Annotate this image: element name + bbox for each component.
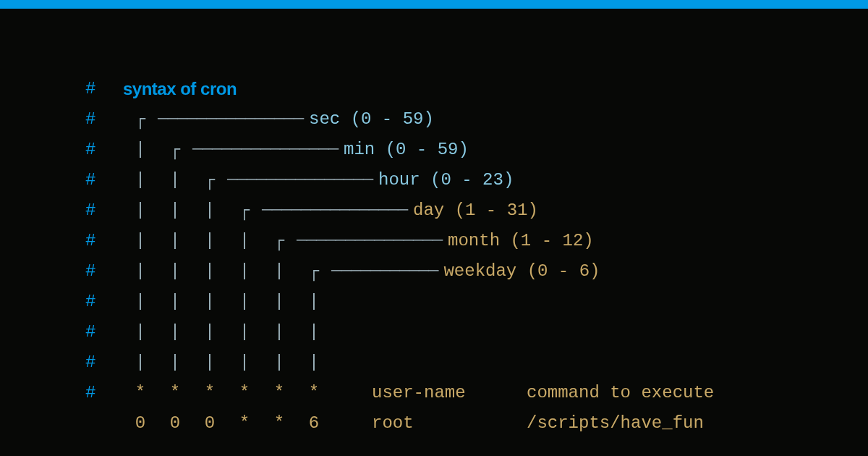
example-day: * [227, 408, 262, 439]
template-star: * [123, 378, 158, 408]
hline: ─────────────── [158, 104, 303, 135]
template-star: * [158, 378, 192, 408]
vline: | [227, 317, 262, 347]
example-user: root [331, 408, 512, 439]
template-star: * [227, 378, 262, 408]
example-hour: 0 [192, 408, 227, 439]
example-cmd: /scripts/have_fun [512, 408, 704, 439]
vline: | [297, 347, 331, 378]
vline: | [297, 317, 331, 347]
vline: | [227, 287, 262, 317]
field-month: month (1 - 12) [442, 226, 594, 256]
diagram-title: syntax of cron [123, 74, 237, 104]
example-weekday: 6 [297, 408, 331, 439]
vline: | [123, 195, 158, 226]
row-weekday: # | | | | | ┌ ─────────── weekday (0 - 6… [85, 256, 868, 287]
vline: | [123, 287, 158, 317]
vline: | [262, 317, 297, 347]
corner-icon: ┌ [227, 195, 262, 226]
vline: | [158, 226, 192, 256]
vline: | [192, 195, 227, 226]
hash: # [85, 74, 123, 104]
hash: # [85, 317, 123, 347]
row-spacer: # | | | | | | [85, 317, 868, 347]
hash: # [85, 165, 123, 195]
field-hour: hour (0 - 23) [373, 165, 514, 195]
row-spacer: # | | | | | | [85, 287, 868, 317]
vline: | [297, 287, 331, 317]
hline: ─────────── [331, 256, 438, 287]
row-example: 0 0 0 * * 6 root /scripts/have_fun [85, 408, 868, 439]
hline: ─────────────── [192, 135, 338, 165]
hash: # [85, 104, 123, 135]
hline: ─────────────── [227, 165, 373, 195]
vline: | [158, 195, 192, 226]
vline: | [227, 256, 262, 287]
row-day: # | | | ┌ ─────────────── day (1 - 31) [85, 195, 868, 226]
hash: # [85, 378, 123, 408]
vline: | [158, 165, 192, 195]
vline: | [123, 317, 158, 347]
vline: | [123, 135, 158, 165]
vline: | [262, 256, 297, 287]
vline: | [158, 256, 192, 287]
corner-icon: ┌ [123, 104, 158, 135]
row-template: # * * * * * * user-name command to execu… [85, 378, 868, 408]
vline: | [192, 317, 227, 347]
vline: | [123, 256, 158, 287]
cron-syntax-diagram: # syntax of cron # ┌ ─────────────── sec… [0, 9, 868, 439]
vline: | [158, 347, 192, 378]
vline: | [262, 347, 297, 378]
vline: | [192, 256, 227, 287]
row-sec: # ┌ ─────────────── sec (0 - 59) [85, 104, 868, 135]
row-min: # | ┌ ─────────────── min (0 - 59) [85, 135, 868, 165]
hash: # [85, 287, 123, 317]
field-day: day (1 - 31) [407, 195, 538, 226]
corner-icon: ┌ [192, 165, 227, 195]
vline: | [192, 287, 227, 317]
hash: # [85, 347, 123, 378]
vline: | [227, 347, 262, 378]
vline: | [227, 226, 262, 256]
example-sec: 0 [123, 408, 158, 439]
vline: | [123, 347, 158, 378]
template-star: * [297, 378, 331, 408]
vline: | [158, 287, 192, 317]
vline: | [123, 165, 158, 195]
template-user-label: user-name [331, 378, 512, 408]
corner-icon: ┌ [262, 226, 297, 256]
vline: | [192, 347, 227, 378]
top-accent-bar [0, 0, 868, 9]
hash: # [85, 226, 123, 256]
hline: ─────────────── [262, 195, 407, 226]
example-month: * [262, 408, 297, 439]
row-hour: # | | ┌ ─────────────── hour (0 - 23) [85, 165, 868, 195]
vline: | [123, 226, 158, 256]
row-month: # | | | | ┌ ─────────────── month (1 - 1… [85, 226, 868, 256]
vline: | [158, 317, 192, 347]
field-sec: sec (0 - 59) [303, 104, 434, 135]
field-weekday: weekday (0 - 6) [438, 256, 600, 287]
template-cmd-label: command to execute [512, 378, 714, 408]
hash: # [85, 135, 123, 165]
hash: # [85, 195, 123, 226]
vline: | [192, 226, 227, 256]
corner-icon: ┌ [158, 135, 192, 165]
template-star: * [192, 378, 227, 408]
corner-icon: ┌ [297, 256, 331, 287]
example-min: 0 [158, 408, 192, 439]
vline: | [262, 287, 297, 317]
row-title: # syntax of cron [85, 74, 868, 104]
row-spacer: # | | | | | | [85, 347, 868, 378]
hash: # [85, 256, 123, 287]
hline: ─────────────── [297, 226, 442, 256]
field-min: min (0 - 59) [338, 135, 469, 165]
template-star: * [262, 378, 297, 408]
